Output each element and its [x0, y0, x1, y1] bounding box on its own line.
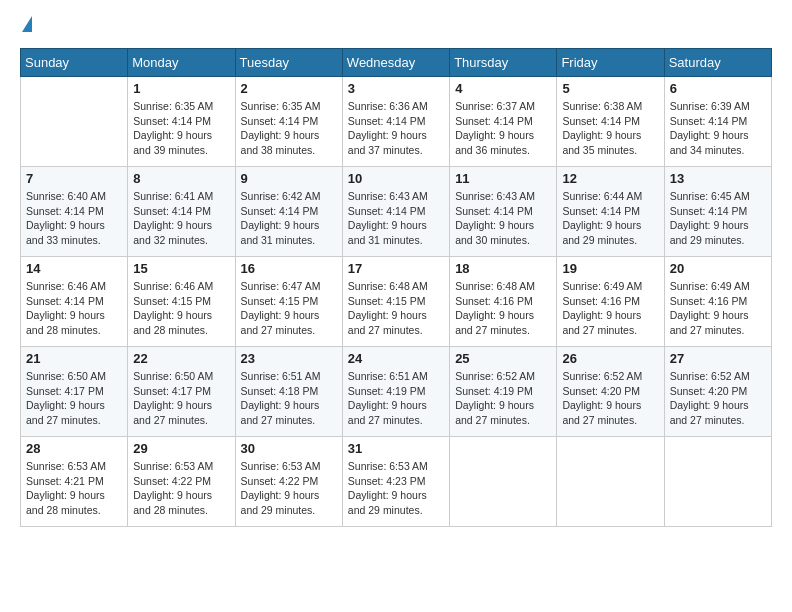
- day-number: 21: [26, 351, 122, 366]
- calendar-day-cell: 23Sunrise: 6:51 AM Sunset: 4:18 PM Dayli…: [235, 347, 342, 437]
- day-number: 20: [670, 261, 766, 276]
- weekday-header-sunday: Sunday: [21, 49, 128, 77]
- calendar-day-cell: 14Sunrise: 6:46 AM Sunset: 4:14 PM Dayli…: [21, 257, 128, 347]
- logo-triangle-icon: [22, 16, 32, 32]
- day-info: Sunrise: 6:38 AM Sunset: 4:14 PM Dayligh…: [562, 99, 658, 158]
- day-info: Sunrise: 6:35 AM Sunset: 4:14 PM Dayligh…: [133, 99, 229, 158]
- calendar-day-cell: 18Sunrise: 6:48 AM Sunset: 4:16 PM Dayli…: [450, 257, 557, 347]
- day-number: 5: [562, 81, 658, 96]
- calendar-day-cell: [664, 437, 771, 527]
- day-info: Sunrise: 6:53 AM Sunset: 4:21 PM Dayligh…: [26, 459, 122, 518]
- day-number: 10: [348, 171, 444, 186]
- day-number: 26: [562, 351, 658, 366]
- calendar-day-cell: 5Sunrise: 6:38 AM Sunset: 4:14 PM Daylig…: [557, 77, 664, 167]
- day-number: 25: [455, 351, 551, 366]
- day-number: 23: [241, 351, 337, 366]
- day-number: 16: [241, 261, 337, 276]
- calendar-day-cell: 4Sunrise: 6:37 AM Sunset: 4:14 PM Daylig…: [450, 77, 557, 167]
- day-info: Sunrise: 6:51 AM Sunset: 4:18 PM Dayligh…: [241, 369, 337, 428]
- day-info: Sunrise: 6:53 AM Sunset: 4:22 PM Dayligh…: [241, 459, 337, 518]
- calendar-header-row: SundayMondayTuesdayWednesdayThursdayFrid…: [21, 49, 772, 77]
- day-info: Sunrise: 6:48 AM Sunset: 4:16 PM Dayligh…: [455, 279, 551, 338]
- day-number: 18: [455, 261, 551, 276]
- calendar-day-cell: 31Sunrise: 6:53 AM Sunset: 4:23 PM Dayli…: [342, 437, 449, 527]
- calendar-day-cell: 10Sunrise: 6:43 AM Sunset: 4:14 PM Dayli…: [342, 167, 449, 257]
- day-number: 8: [133, 171, 229, 186]
- logo: [20, 20, 32, 32]
- calendar-day-cell: 30Sunrise: 6:53 AM Sunset: 4:22 PM Dayli…: [235, 437, 342, 527]
- calendar-day-cell: 12Sunrise: 6:44 AM Sunset: 4:14 PM Dayli…: [557, 167, 664, 257]
- day-info: Sunrise: 6:43 AM Sunset: 4:14 PM Dayligh…: [348, 189, 444, 248]
- day-info: Sunrise: 6:48 AM Sunset: 4:15 PM Dayligh…: [348, 279, 444, 338]
- day-number: 12: [562, 171, 658, 186]
- day-number: 17: [348, 261, 444, 276]
- calendar-day-cell: 8Sunrise: 6:41 AM Sunset: 4:14 PM Daylig…: [128, 167, 235, 257]
- page-header: [20, 20, 772, 32]
- calendar-day-cell: [450, 437, 557, 527]
- day-info: Sunrise: 6:50 AM Sunset: 4:17 PM Dayligh…: [26, 369, 122, 428]
- day-number: 31: [348, 441, 444, 456]
- calendar-day-cell: 25Sunrise: 6:52 AM Sunset: 4:19 PM Dayli…: [450, 347, 557, 437]
- calendar-day-cell: 17Sunrise: 6:48 AM Sunset: 4:15 PM Dayli…: [342, 257, 449, 347]
- calendar-week-row: 1Sunrise: 6:35 AM Sunset: 4:14 PM Daylig…: [21, 77, 772, 167]
- day-info: Sunrise: 6:41 AM Sunset: 4:14 PM Dayligh…: [133, 189, 229, 248]
- day-info: Sunrise: 6:37 AM Sunset: 4:14 PM Dayligh…: [455, 99, 551, 158]
- day-number: 1: [133, 81, 229, 96]
- day-number: 29: [133, 441, 229, 456]
- day-info: Sunrise: 6:35 AM Sunset: 4:14 PM Dayligh…: [241, 99, 337, 158]
- calendar-day-cell: 9Sunrise: 6:42 AM Sunset: 4:14 PM Daylig…: [235, 167, 342, 257]
- day-info: Sunrise: 6:46 AM Sunset: 4:14 PM Dayligh…: [26, 279, 122, 338]
- calendar-body: 1Sunrise: 6:35 AM Sunset: 4:14 PM Daylig…: [21, 77, 772, 527]
- day-number: 15: [133, 261, 229, 276]
- day-info: Sunrise: 6:53 AM Sunset: 4:23 PM Dayligh…: [348, 459, 444, 518]
- calendar-day-cell: 3Sunrise: 6:36 AM Sunset: 4:14 PM Daylig…: [342, 77, 449, 167]
- day-info: Sunrise: 6:52 AM Sunset: 4:20 PM Dayligh…: [562, 369, 658, 428]
- calendar-day-cell: 15Sunrise: 6:46 AM Sunset: 4:15 PM Dayli…: [128, 257, 235, 347]
- calendar-day-cell: 6Sunrise: 6:39 AM Sunset: 4:14 PM Daylig…: [664, 77, 771, 167]
- day-info: Sunrise: 6:40 AM Sunset: 4:14 PM Dayligh…: [26, 189, 122, 248]
- calendar-day-cell: 13Sunrise: 6:45 AM Sunset: 4:14 PM Dayli…: [664, 167, 771, 257]
- calendar-day-cell: [557, 437, 664, 527]
- day-number: 9: [241, 171, 337, 186]
- day-number: 13: [670, 171, 766, 186]
- calendar-day-cell: 26Sunrise: 6:52 AM Sunset: 4:20 PM Dayli…: [557, 347, 664, 437]
- day-number: 4: [455, 81, 551, 96]
- weekday-header-friday: Friday: [557, 49, 664, 77]
- day-number: 6: [670, 81, 766, 96]
- calendar-day-cell: [21, 77, 128, 167]
- day-info: Sunrise: 6:36 AM Sunset: 4:14 PM Dayligh…: [348, 99, 444, 158]
- day-info: Sunrise: 6:49 AM Sunset: 4:16 PM Dayligh…: [562, 279, 658, 338]
- day-number: 28: [26, 441, 122, 456]
- day-info: Sunrise: 6:47 AM Sunset: 4:15 PM Dayligh…: [241, 279, 337, 338]
- calendar-week-row: 7Sunrise: 6:40 AM Sunset: 4:14 PM Daylig…: [21, 167, 772, 257]
- day-info: Sunrise: 6:43 AM Sunset: 4:14 PM Dayligh…: [455, 189, 551, 248]
- weekday-header-monday: Monday: [128, 49, 235, 77]
- calendar-day-cell: 24Sunrise: 6:51 AM Sunset: 4:19 PM Dayli…: [342, 347, 449, 437]
- calendar-week-row: 28Sunrise: 6:53 AM Sunset: 4:21 PM Dayli…: [21, 437, 772, 527]
- calendar-day-cell: 20Sunrise: 6:49 AM Sunset: 4:16 PM Dayli…: [664, 257, 771, 347]
- calendar-day-cell: 19Sunrise: 6:49 AM Sunset: 4:16 PM Dayli…: [557, 257, 664, 347]
- day-info: Sunrise: 6:52 AM Sunset: 4:19 PM Dayligh…: [455, 369, 551, 428]
- calendar-day-cell: 1Sunrise: 6:35 AM Sunset: 4:14 PM Daylig…: [128, 77, 235, 167]
- calendar-day-cell: 28Sunrise: 6:53 AM Sunset: 4:21 PM Dayli…: [21, 437, 128, 527]
- day-number: 30: [241, 441, 337, 456]
- day-info: Sunrise: 6:42 AM Sunset: 4:14 PM Dayligh…: [241, 189, 337, 248]
- day-number: 19: [562, 261, 658, 276]
- day-number: 11: [455, 171, 551, 186]
- day-info: Sunrise: 6:50 AM Sunset: 4:17 PM Dayligh…: [133, 369, 229, 428]
- day-number: 3: [348, 81, 444, 96]
- day-info: Sunrise: 6:44 AM Sunset: 4:14 PM Dayligh…: [562, 189, 658, 248]
- day-info: Sunrise: 6:39 AM Sunset: 4:14 PM Dayligh…: [670, 99, 766, 158]
- calendar-day-cell: 29Sunrise: 6:53 AM Sunset: 4:22 PM Dayli…: [128, 437, 235, 527]
- day-info: Sunrise: 6:52 AM Sunset: 4:20 PM Dayligh…: [670, 369, 766, 428]
- weekday-header-wednesday: Wednesday: [342, 49, 449, 77]
- calendar-day-cell: 27Sunrise: 6:52 AM Sunset: 4:20 PM Dayli…: [664, 347, 771, 437]
- day-number: 27: [670, 351, 766, 366]
- weekday-header-thursday: Thursday: [450, 49, 557, 77]
- calendar-day-cell: 21Sunrise: 6:50 AM Sunset: 4:17 PM Dayli…: [21, 347, 128, 437]
- day-number: 24: [348, 351, 444, 366]
- day-info: Sunrise: 6:53 AM Sunset: 4:22 PM Dayligh…: [133, 459, 229, 518]
- calendar-week-row: 21Sunrise: 6:50 AM Sunset: 4:17 PM Dayli…: [21, 347, 772, 437]
- day-info: Sunrise: 6:51 AM Sunset: 4:19 PM Dayligh…: [348, 369, 444, 428]
- calendar-day-cell: 11Sunrise: 6:43 AM Sunset: 4:14 PM Dayli…: [450, 167, 557, 257]
